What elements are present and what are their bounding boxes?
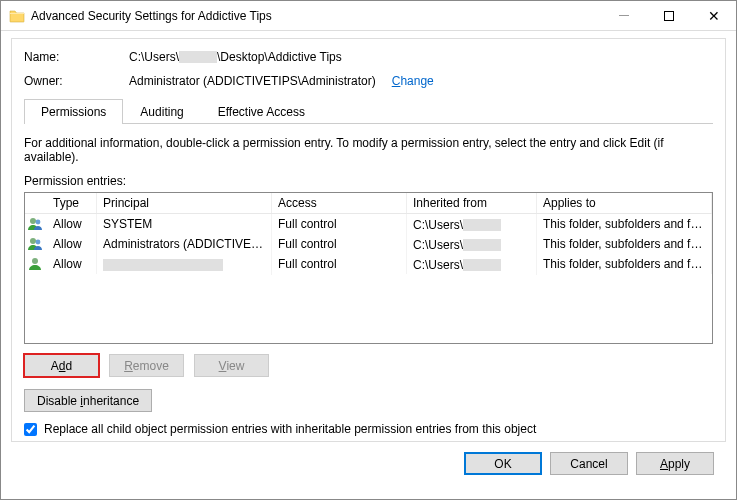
close-button[interactable]: ✕ [691, 1, 736, 30]
list-header: Type Principal Access Inherited from App… [25, 193, 712, 214]
name-label: Name: [24, 50, 129, 64]
user-icon [25, 253, 47, 275]
svg-point-2 [30, 238, 36, 244]
change-owner-link[interactable]: Change [392, 74, 434, 88]
titlebar: Advanced Security Settings for Addictive… [1, 1, 736, 31]
svg-point-1 [36, 220, 41, 225]
main-panel: Name: C:\Users\\Desktop\Addictive Tips O… [11, 38, 726, 442]
name-value: C:\Users\\Desktop\Addictive Tips [129, 49, 342, 64]
col-applies[interactable]: Applies to [537, 193, 712, 213]
remove-button[interactable]: Remove [109, 354, 184, 377]
col-principal[interactable]: Principal [97, 193, 272, 213]
replace-checkbox-row[interactable]: Replace all child object permission entr… [24, 422, 713, 436]
entries-label: Permission entries: [24, 174, 713, 188]
replace-children-checkbox[interactable] [24, 423, 37, 436]
user-icon [25, 213, 47, 235]
window-title: Advanced Security Settings for Addictive… [31, 9, 272, 23]
col-type[interactable]: Type [47, 193, 97, 213]
owner-value: Administrator (ADDICTIVETIPS\Administrat… [129, 74, 376, 88]
folder-icon [9, 8, 25, 24]
add-button[interactable]: Add [24, 354, 99, 377]
table-row[interactable]: Allow Full control C:\Users\ This folder… [25, 254, 712, 274]
user-icon [25, 233, 47, 255]
view-button[interactable]: View [194, 354, 269, 377]
info-text: For additional information, double-click… [24, 136, 713, 164]
ok-button[interactable]: OK [464, 452, 542, 475]
replace-children-label: Replace all child object permission entr… [44, 422, 536, 436]
tab-permissions[interactable]: Permissions [24, 99, 123, 124]
table-row[interactable]: Allow Administrators (ADDICTIVETIP... Fu… [25, 234, 712, 254]
svg-point-0 [30, 218, 36, 224]
maximize-button[interactable] [646, 1, 691, 30]
minimize-button[interactable] [601, 1, 646, 30]
owner-label: Owner: [24, 74, 129, 88]
redacted-username [179, 51, 217, 63]
table-row[interactable]: Allow SYSTEM Full control C:\Users\ This… [25, 214, 712, 234]
disable-inheritance-button[interactable]: Disable inheritance [24, 389, 152, 412]
dialog-footer: OK Cancel Apply [11, 442, 726, 475]
svg-point-4 [32, 258, 38, 264]
col-inherited[interactable]: Inherited from [407, 193, 537, 213]
tab-effective-access[interactable]: Effective Access [201, 99, 322, 124]
cancel-button[interactable]: Cancel [550, 452, 628, 475]
apply-button[interactable]: Apply [636, 452, 714, 475]
tab-strip: Permissions Auditing Effective Access [24, 98, 713, 124]
permission-entries-list[interactable]: Type Principal Access Inherited from App… [24, 192, 713, 344]
col-access[interactable]: Access [272, 193, 407, 213]
tab-auditing[interactable]: Auditing [123, 99, 200, 124]
svg-point-3 [36, 240, 41, 245]
